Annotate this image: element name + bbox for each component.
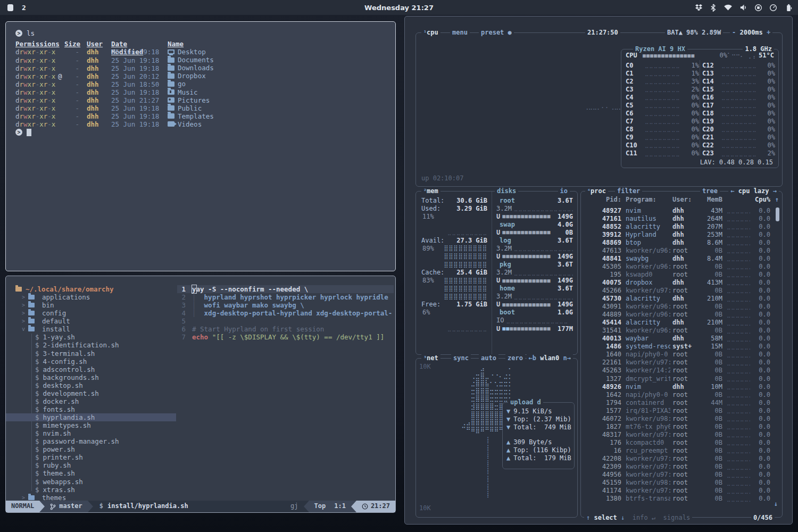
tree-item[interactable]: $ docker.sh [6,397,176,405]
mem-header[interactable]: MemB [698,196,722,203]
process-row[interactable]: 48927 nvim dhh 43M ⣀⣀⣀⣀⣀⣀ 0.0 [584,206,779,214]
tree-item[interactable]: $ xtras.sh [6,486,176,494]
clock[interactable]: Wednesday 21:27 [0,4,798,12]
cpu-indicator-icon[interactable] [754,4,762,12]
tree-item[interactable]: > bin [6,301,176,309]
process-row[interactable]: 1380 btrfs-transactio root 0B ⣀⣀⣀⣀⣀⣀ 0.0 [584,495,779,503]
wifi-icon[interactable] [724,4,733,11]
user-header[interactable]: User: [670,196,698,203]
tree-item[interactable]: > applications [6,293,176,301]
process-row[interactable]: 42309 kworker/u97:4-kc root 0B ⣀⣀⣀⣀⣀⣀ 0.… [584,463,779,471]
tree-item[interactable]: $ desktop.sh [6,381,176,389]
process-row[interactable]: 45159 kworker/u98:0-kv root 0B ⣀⣀⣀⣀⣀⣀ 0.… [584,479,779,487]
net-interface-switcher[interactable]: ←b wlan0 n→ [527,354,573,362]
btop-window[interactable]: ¹cpu menu preset ● 21:27:50 BAT▲ 98% 2.8… [404,16,793,525]
tree-item[interactable]: $ webapps.sh [6,478,176,486]
tree-item[interactable]: $ fonts.sh [6,405,176,413]
process-row[interactable]: 48869 btop dhh 8.6M ⣀⣀⣀⣀⣀⣀ 0.0 [584,238,779,246]
net-box-title[interactable]: ³net [421,354,440,362]
gauge-icon[interactable] [769,4,777,12]
tree-item[interactable]: $ 1-yay.sh [6,333,176,341]
process-row[interactable]: 48926 nvim dhh 10M ⣀⣀⣀⣀⣀⣀ 0.0 [584,383,779,390]
disk-name: pkg [496,261,511,268]
tree-item[interactable]: $ mimetypes.sh [6,421,176,429]
process-row[interactable]: 44956 kworker/u97:1-bt root 0B ⣀⣀⣀⣀⣀⣀ 0.… [584,471,779,479]
net-auto-toggle[interactable]: auto [479,354,498,362]
process-row[interactable]: 1827 mt76-tx phy0 root 0B ⣀⣀⣀⣀⣀⣀ 0.0 [584,422,779,430]
dropbox-icon[interactable] [695,4,703,12]
process-row[interactable]: 45414 alacritty dhh 210M ⣀⣀⣀⣀⣀⣀ 0.0 [584,319,779,327]
process-row[interactable]: 1327 dmcrypt_write/25 root 0B ⣀⣀⣀⣀⣀⣀ 0.0 [584,375,779,383]
menu-button[interactable]: menu [450,29,470,36]
process-row[interactable]: 44889 kworker/u96:0-co root 0B ⣀⣀⣀⣀⣀⣀ 0.… [584,311,779,319]
process-row[interactable]: 1794 containerd root 44M ⣀⣀⣀⣀⣀⣀ 0.0 [584,398,779,406]
scroll-down-icon[interactable]: ↓ [774,500,778,508]
process-row[interactable]: 42208 kworker/u97:3-ev root 0B ⣀⣀⣀⣀⣀⣀ 0.… [584,454,779,462]
process-row[interactable]: 31541 kworker/u96:2-sd root 0B ⣀⣀⣀⣀⣀⣀ 0.… [584,327,779,335]
net-zero-toggle[interactable]: zero [505,354,525,362]
prompt-line-current[interactable]: > [15,128,395,136]
process-row[interactable]: 40075 dropbox dhh 413M ⣀⣀⣀⣀⣀⣀ 0.0 [584,278,779,286]
editor-pane[interactable]: 1 yay -S --noconfirm --needed \ 2 │ hypr… [176,276,395,500]
process-row[interactable]: 47161 nautilus dhh 264M ⣀⣀⣀⣀⣀⣀ 0.0 [584,214,779,222]
process-row[interactable]: 48841 swaybg dhh 8.4M ⣀⣀⣀⣀⣀⣀ 0.0 [584,254,779,262]
tree-item[interactable]: $ theme.sh [6,469,176,477]
process-row[interactable]: 1577 irq/81-PIXA3854: root 0B ⣀⣀⣀⣀⣀⣀ 0.0 [584,406,779,414]
tree-item[interactable]: $ backgrounds.sh [6,373,176,381]
update-interval-control[interactable]: - 2000ms + [730,29,772,36]
process-row[interactable]: 1642 napi/phy0-0 root 0B ⣀⣀⣀⣀⣀⣀ 0.0 [584,390,779,398]
preset-button[interactable]: preset ● [479,29,514,36]
proc-filter-button[interactable]: filter [615,187,642,195]
tree-item[interactable]: > default [6,317,176,325]
proc-sort-control[interactable]: ← cpu lazy → [728,187,779,195]
process-row[interactable]: 176 kcompactd0 root 0B ⣀⣀⣀⣀⣀⣀ 0.0 [584,438,779,446]
tree-item[interactable]: > config [6,309,176,317]
neovim-window[interactable]: ~/.local/share/omarchy > applications > … [5,276,396,513]
process-row[interactable]: 1640 napi/phy0-0 root 0B ⣀⣀⣀⣀⣀⣀ 0.0 [584,351,779,359]
tree-item[interactable]: $ ruby.sh [6,461,176,469]
process-row[interactable]: 48317 kworker/u97:8-fl root 0B ⣀⣀⣀⣀⣀⣀ 0.… [584,430,779,438]
process-row[interactable]: 45730 alacritty dhh 210M ⣀⣀⣀⣀⣀⣀ 0.0 [584,295,779,303]
tree-item[interactable]: $ printer.sh [6,453,176,461]
process-row[interactable]: 40013 waybar dhh 58M ⣀⣀⣀⣀⣀⣀ 0.0 [584,335,779,343]
tree-item[interactable]: $ 4-config.sh [6,358,176,365]
tree-item[interactable]: $ hyprlandia.sh [6,413,176,421]
tree-item[interactable]: > themes [6,494,176,500]
process-row[interactable]: 46072 kworker/u98:2-ev root 0B ⣀⣀⣀⣀⣀⣀ 0.… [584,414,779,422]
git-branch-segment[interactable]: master [45,501,87,512]
process-row[interactable]: 22161 kworker/u97:10-k root 0B ⣀⣀⣀⣀⣀⣀ 0.… [584,359,779,367]
tree-item[interactable]: v install [6,325,176,333]
process-row[interactable]: 41174 kworker/u97:7-kv root 0B ⣀⣀⣀⣀⣀⣀ 0.… [584,487,779,495]
pid-header[interactable]: Pid: [584,196,621,203]
process-row[interactable]: 45266 kworker/u97:2-kc root 0B ⣀⣀⣀⣀⣀⣀ 0.… [584,286,779,294]
tree-item[interactable]: $ password-manager.sh [6,437,176,445]
tree-item[interactable]: $ adscontrol.sh [6,365,176,373]
tree-item[interactable]: $ 3-terminal.sh [6,350,176,358]
tree-item[interactable]: $ development.sh [6,389,176,397]
proc-footer-controls[interactable]: ↑ select ↓ info ↵ signals [584,514,692,521]
process-row[interactable]: 43091 kworker/u96:3-gf root 0B ⣀⣀⣀⣀⣀⣀ 0.… [584,303,779,311]
tree-item[interactable]: $ 2-identification.sh [6,341,176,349]
process-row[interactable]: 45263 kworker/14:2-eve root 0B ⣀⣀⣀⣀⣀⣀ 0.… [584,367,779,375]
bluetooth-icon[interactable] [710,4,717,12]
process-row[interactable]: 39912 Hyprland dhh 253M ⣀⣀⣀⣀⣀⣀ 0.0 [584,230,779,238]
volume-icon[interactable] [739,4,747,11]
tree-item[interactable]: $ nvim.sh [6,429,176,437]
battery-icon[interactable] [784,4,793,12]
net-sync-toggle[interactable]: sync [451,354,471,362]
cpu-box-title[interactable]: ¹cpu [421,29,440,36]
program-header[interactable]: Program: [626,196,670,203]
process-row[interactable]: 45305 kworker/u96:1-sd root 0B ⣀⣀⣀⣀⣀⣀ 0.… [584,262,779,270]
process-row[interactable]: 16 rcu_preempt root 0B ⣀⣀⣀⣀⣀⣀ 0.0 [584,446,779,454]
terminal-window[interactable]: > ls Permissions Size User Date Modified… [5,21,396,271]
tree-item[interactable]: $ power.sh [6,445,176,453]
process-row[interactable]: 195 kswapd0 root 0B ⣀⣀⣀⣀⣀⣀ 0.0 [584,270,779,278]
process-row[interactable]: 48852 alacritty dhh 207M ⣀⣀⣀⣀⣀⣀ 0.0 [584,222,779,230]
proc-tree-toggle[interactable]: tree [700,187,720,195]
process-row[interactable]: 47613 kworker/u96:4-sd root 0B ⣀⣀⣀⣀⣀⣀ 0.… [584,246,779,254]
process-row[interactable]: 1486 systemd-resolve syst+ 15M ⣀⣀⣀⣀⣀⣀ 0.… [584,343,779,351]
cpu-header[interactable]: Cpu% [750,196,770,203]
proc-box-title[interactable]: ⁴proc [585,187,608,195]
tree-root-item[interactable]: ~/.local/share/omarchy [6,285,176,293]
file-tree-panel[interactable]: ~/.local/share/omarchy > applications > … [6,276,176,500]
